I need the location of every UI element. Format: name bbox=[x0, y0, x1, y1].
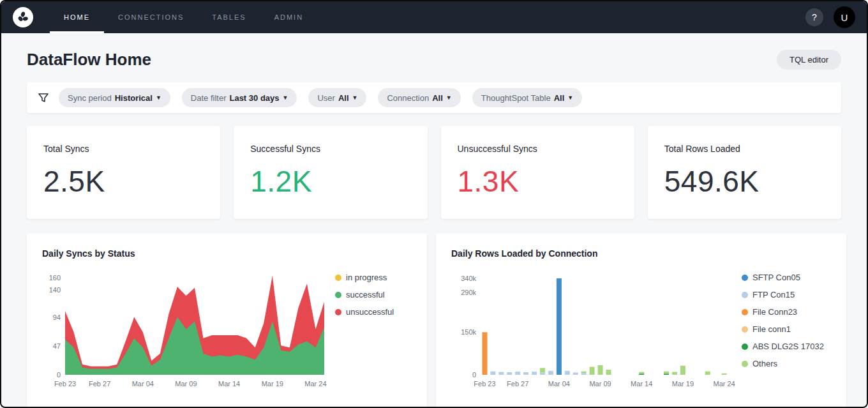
daily-syncs-area-chart: 04794140160Feb 23Feb 27Mar 04Mar 09Mar 1… bbox=[42, 268, 335, 393]
legend-item[interactable]: unsuccessful bbox=[335, 307, 412, 317]
chart-legend: in progresssuccessfulunsuccessful bbox=[335, 268, 412, 393]
filter-label: Connection bbox=[387, 93, 429, 103]
kpi-label: Total Syncs bbox=[43, 144, 204, 154]
kpi-unsuccessful-syncs: Unsuccessful Syncs 1.3K bbox=[441, 126, 634, 219]
kpi-successful-syncs: Successful Syncs 1.2K bbox=[234, 126, 427, 219]
legend-item[interactable]: File conn1 bbox=[742, 324, 831, 334]
legend-item[interactable]: successful bbox=[335, 290, 412, 299]
charts-row: Daily Syncs by Status 04794140160Feb 23F… bbox=[27, 233, 841, 408]
filter-label: Sync period bbox=[68, 93, 112, 103]
filter-sync-period[interactable]: Sync periodHistorical▼ bbox=[59, 88, 170, 107]
legend-label: unsuccessful bbox=[346, 307, 394, 317]
svg-text:94: 94 bbox=[53, 314, 61, 321]
legend-dot-icon bbox=[742, 292, 748, 298]
daily-rows-chart-card: Daily Rows Loaded by Connection 0150k290… bbox=[436, 233, 846, 408]
chart-title: Daily Syncs by Status bbox=[42, 248, 412, 259]
chevron-down-icon: ▼ bbox=[283, 94, 288, 101]
filter-user[interactable]: UserAll▼ bbox=[308, 88, 366, 107]
kpi-row: Total Syncs 2.5K Successful Syncs 1.2K U… bbox=[27, 126, 841, 219]
app-window: HOME CONNECTIONS TABLES ADMIN ? U DataFl… bbox=[0, 0, 868, 408]
filter-value: All bbox=[338, 93, 349, 103]
filter-value: Historical bbox=[115, 93, 153, 103]
svg-text:Mar 19: Mar 19 bbox=[262, 380, 283, 388]
svg-text:0: 0 bbox=[57, 371, 61, 379]
legend-item[interactable]: SFTP Con05 bbox=[742, 273, 831, 282]
tql-editor-button[interactable]: TQL editor bbox=[777, 50, 841, 70]
legend-dot-icon bbox=[742, 361, 748, 367]
legend-dot-icon bbox=[742, 326, 748, 333]
filter-label: Date filter bbox=[191, 93, 227, 103]
filter-date[interactable]: Date filterLast 30 days▼ bbox=[182, 88, 297, 107]
nav-admin[interactable]: ADMIN bbox=[260, 1, 317, 33]
svg-text:Mar 09: Mar 09 bbox=[589, 380, 611, 388]
kpi-value: 2.5K bbox=[43, 164, 204, 199]
legend-item[interactable]: Others bbox=[742, 359, 831, 368]
thoughtspot-logo[interactable] bbox=[13, 7, 33, 27]
svg-text:140: 140 bbox=[49, 286, 61, 294]
kpi-value: 1.3K bbox=[458, 164, 618, 199]
daily-syncs-chart-card: Daily Syncs by Status 04794140160Feb 23F… bbox=[27, 233, 427, 408]
filter-label: ThoughtSpot Table bbox=[481, 93, 551, 103]
svg-text:0: 0 bbox=[472, 371, 476, 379]
filter-value: All bbox=[554, 93, 565, 103]
chevron-down-icon: ▼ bbox=[567, 94, 573, 101]
svg-text:Mar 14: Mar 14 bbox=[218, 380, 240, 388]
legend-dot-icon bbox=[742, 309, 748, 315]
main-content: DataFlow Home TQL editor Sync periodHist… bbox=[1, 50, 867, 408]
chevron-down-icon: ▼ bbox=[156, 94, 161, 101]
kpi-value: 1.2K bbox=[250, 164, 410, 199]
filter-bar: Sync periodHistorical▼ Date filterLast 3… bbox=[27, 82, 841, 113]
top-nav: HOME CONNECTIONS TABLES ADMIN ? U bbox=[1, 1, 867, 33]
nav-home[interactable]: HOME bbox=[50, 1, 104, 33]
legend-item[interactable]: ABS DLG2S 17032 bbox=[742, 342, 831, 351]
legend-label: FTP Con15 bbox=[752, 290, 795, 299]
svg-text:Feb 27: Feb 27 bbox=[89, 380, 110, 388]
svg-text:Mar 19: Mar 19 bbox=[672, 380, 694, 388]
filter-connection[interactable]: ConnectionAll▼ bbox=[378, 88, 460, 107]
svg-text:Feb 27: Feb 27 bbox=[507, 380, 528, 388]
legend-label: File conn1 bbox=[752, 324, 791, 334]
filter-thoughtspot-table[interactable]: ThoughtSpot TableAll▼ bbox=[472, 88, 582, 107]
legend-dot-icon bbox=[335, 292, 341, 298]
legend-label: SFTP Con05 bbox=[752, 273, 800, 282]
svg-text:150k: 150k bbox=[461, 328, 476, 336]
svg-text:290k: 290k bbox=[461, 289, 476, 296]
legend-label: successful bbox=[346, 290, 385, 299]
svg-text:Feb 23: Feb 23 bbox=[54, 380, 76, 388]
chevron-down-icon: ▼ bbox=[446, 94, 452, 101]
legend-item[interactable]: FTP Con15 bbox=[742, 290, 831, 299]
nav-tables[interactable]: TABLES bbox=[198, 1, 260, 33]
legend-item[interactable]: File Conn23 bbox=[742, 307, 831, 317]
legend-dot-icon bbox=[742, 344, 748, 350]
kpi-total-syncs: Total Syncs 2.5K bbox=[27, 126, 220, 219]
page-title: DataFlow Home bbox=[27, 50, 151, 70]
filter-funnel-icon[interactable] bbox=[38, 93, 49, 103]
kpi-total-rows-loaded: Total Rows Loaded 549.6K bbox=[648, 126, 841, 219]
help-button[interactable]: ? bbox=[805, 8, 823, 26]
svg-text:Mar 04: Mar 04 bbox=[548, 380, 570, 388]
svg-text:340k: 340k bbox=[461, 275, 476, 282]
svg-text:Mar 24: Mar 24 bbox=[304, 380, 326, 388]
svg-text:Feb 23: Feb 23 bbox=[474, 380, 495, 388]
svg-text:Mar 04: Mar 04 bbox=[132, 380, 154, 388]
nav-connections[interactable]: CONNECTIONS bbox=[104, 1, 198, 33]
kpi-label: Total Rows Loaded bbox=[664, 144, 825, 154]
daily-rows-bar-chart: 0150k290k340kFeb 23Feb 27Mar 04Mar 09Mar… bbox=[451, 268, 742, 393]
filter-value: Last 30 days bbox=[229, 93, 279, 103]
main-nav: HOME CONNECTIONS TABLES ADMIN bbox=[50, 1, 317, 33]
legend-dot-icon bbox=[335, 309, 341, 315]
page-header: DataFlow Home TQL editor bbox=[27, 50, 841, 70]
kpi-label: Unsuccessful Syncs bbox=[458, 144, 618, 154]
kpi-value: 549.6K bbox=[664, 164, 825, 199]
legend-label: File Conn23 bbox=[752, 307, 797, 317]
legend-item[interactable]: in progress bbox=[335, 273, 412, 282]
svg-text:47: 47 bbox=[53, 342, 61, 350]
svg-text:160: 160 bbox=[49, 274, 61, 282]
legend-dot-icon bbox=[742, 275, 748, 281]
chevron-down-icon: ▼ bbox=[352, 94, 358, 101]
user-avatar[interactable]: U bbox=[834, 6, 855, 28]
chart-title: Daily Rows Loaded by Connection bbox=[451, 248, 831, 259]
svg-text:Mar 09: Mar 09 bbox=[175, 380, 197, 388]
legend-label: Others bbox=[752, 359, 777, 368]
chart-legend: SFTP Con05FTP Con15File Conn23File conn1… bbox=[742, 268, 831, 393]
